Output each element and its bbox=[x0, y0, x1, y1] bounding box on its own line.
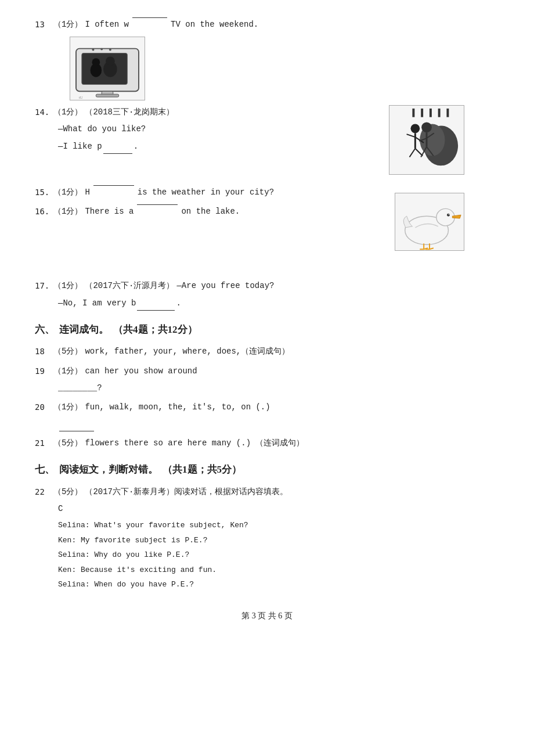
tv-svg: tU bbox=[70, 37, 145, 100]
dialog-3: Selina: Why do you like P.E.? bbox=[58, 548, 499, 561]
q19-num: 19 bbox=[35, 364, 51, 379]
page-footer: 第 3 页 共 6 页 bbox=[35, 609, 499, 623]
q18-text: work, father, your, where, does,（连词成句） bbox=[85, 344, 290, 359]
q21-num: 21 bbox=[35, 436, 51, 451]
svg-rect-7 bbox=[96, 94, 118, 97]
question-16: 16. （1分） There is aon the lake. bbox=[35, 204, 499, 274]
question-21: 21 （5分） flowers there so are here many (… bbox=[35, 436, 499, 451]
q15-text-before: H bbox=[85, 185, 89, 200]
q20-text: fun, walk, moon, the, it's, to, on (.) bbox=[85, 400, 270, 415]
q17-context: （2017六下·沂源月考） bbox=[85, 279, 174, 293]
q16-score: （1分） bbox=[53, 204, 82, 219]
q14-line2-after: . bbox=[134, 142, 138, 151]
tv-image: tU bbox=[70, 37, 145, 100]
question-17: 17. （1分） （2017六下·沂源月考） —Are you free tod… bbox=[35, 279, 499, 310]
q15-blank bbox=[93, 185, 134, 186]
q16-text-after: on the lake. bbox=[181, 204, 240, 219]
q14-score: （1分） bbox=[53, 105, 82, 120]
svg-rect-16 bbox=[430, 109, 432, 117]
section7-header: 七、 阅读短文，判断对错。 （共1题；共5分） bbox=[35, 461, 499, 479]
question-14: 14. （1分） （2018三下·龙岗期末） —What do you like… bbox=[35, 105, 499, 181]
svg-point-10 bbox=[109, 49, 111, 51]
q22-label: C bbox=[58, 502, 499, 516]
dance-svg bbox=[389, 106, 464, 174]
q22-score: （5分） bbox=[53, 485, 82, 499]
svg-point-3 bbox=[92, 59, 100, 67]
question-22: 22 （5分） （2017六下·新泰月考）阅读对话，根据对话内容填表。 C Se… bbox=[35, 485, 499, 591]
svg-line-24 bbox=[415, 149, 423, 156]
question-19: 19 （1分） can her you show around ________… bbox=[35, 364, 499, 395]
section7-type: 阅读短文，判断对错。 bbox=[59, 461, 158, 479]
q21-score: （5分） bbox=[53, 436, 82, 451]
q19-line2: ________? bbox=[58, 381, 499, 395]
q14-context: （2018三下·龙岗期末） bbox=[85, 105, 174, 120]
svg-point-33 bbox=[447, 214, 450, 217]
section7-info: （共1题；共5分） bbox=[163, 461, 241, 479]
dialog-2: Ken: My favorite subject is P.E.? bbox=[58, 534, 499, 547]
q15-text-after: is the weather in your city? bbox=[138, 185, 274, 200]
svg-rect-14 bbox=[412, 109, 414, 117]
q17-line2: —No, I am very b. bbox=[58, 296, 499, 311]
q17-line1: —Are you free today? bbox=[176, 279, 274, 293]
duck-svg bbox=[395, 193, 464, 251]
q13-blank bbox=[132, 17, 167, 18]
question-18: 18 （5分） work, father, your, where, does,… bbox=[35, 344, 499, 359]
q19-score: （1分） bbox=[53, 364, 82, 379]
question-20: 20 （1分） fun, walk, moon, the, it's, to, … bbox=[35, 400, 499, 431]
dance-image bbox=[389, 105, 464, 175]
q22-num: 22 bbox=[35, 485, 51, 499]
q21-text: flowers there so are here many (.) （连词成句… bbox=[85, 436, 304, 451]
q15-num: 15. bbox=[35, 185, 51, 200]
svg-line-23 bbox=[410, 149, 416, 157]
section6-header: 六、 连词成句。 （共4题；共12分） bbox=[35, 321, 499, 339]
q18-score: （5分） bbox=[53, 344, 82, 359]
q17-line2-after: . bbox=[176, 298, 181, 308]
question-13: 13 （1分） I often wTV on the weekend. tU bbox=[35, 17, 499, 100]
q13-num: 13 bbox=[35, 17, 51, 32]
svg-rect-18 bbox=[446, 109, 449, 117]
section6-info: （共4题；共12分） bbox=[113, 321, 197, 339]
q16-num: 16. bbox=[35, 204, 51, 219]
q17-blank bbox=[137, 310, 175, 311]
q16-blank bbox=[137, 204, 178, 205]
q15-score: （1分） bbox=[53, 185, 82, 200]
svg-point-19 bbox=[410, 124, 420, 134]
q17-num: 17. bbox=[35, 279, 51, 293]
svg-point-25 bbox=[421, 123, 432, 133]
q14-line2-before: —I like p bbox=[58, 142, 102, 151]
svg-rect-15 bbox=[421, 109, 423, 117]
svg-line-21 bbox=[407, 134, 416, 137]
q20-blank bbox=[59, 431, 94, 431]
duck-image bbox=[395, 193, 464, 251]
svg-rect-17 bbox=[438, 109, 441, 117]
q20-score: （1分） bbox=[53, 400, 82, 415]
svg-point-34 bbox=[449, 214, 450, 215]
footer-text: 第 3 页 共 6 页 bbox=[241, 611, 293, 620]
svg-point-9 bbox=[100, 48, 103, 51]
section7-title: 七、 bbox=[35, 461, 55, 479]
q20-num: 20 bbox=[35, 400, 51, 415]
q18-num: 18 bbox=[35, 344, 51, 359]
svg-point-8 bbox=[92, 49, 94, 51]
svg-point-5 bbox=[106, 57, 115, 66]
q20-line2 bbox=[58, 417, 499, 431]
q13-text-before: I often w bbox=[85, 17, 129, 32]
q17-line2-before: —No, I am very b bbox=[58, 298, 136, 308]
section6-title: 六、 bbox=[35, 321, 55, 339]
q17-score: （1分） bbox=[53, 279, 82, 293]
q14-num: 14. bbox=[35, 105, 51, 120]
svg-text:tU: tU bbox=[79, 95, 83, 99]
dialog-1: Selina: What's your favorite subject, Ke… bbox=[58, 519, 499, 532]
q14-blank bbox=[103, 153, 132, 154]
q16-text-before: There is a bbox=[85, 204, 134, 219]
q22-context: （2017六下·新泰月考）阅读对话，根据对话内容填表。 bbox=[85, 485, 288, 499]
q13-text-after: TV on the weekend. bbox=[171, 17, 258, 32]
dialog-4: Ken: Because it's exciting and fun. bbox=[58, 563, 499, 577]
section6-type: 连词成句。 bbox=[59, 321, 109, 339]
q13-score: （1分） bbox=[53, 17, 82, 32]
svg-point-32 bbox=[436, 209, 454, 226]
q19-text: can her you show around bbox=[85, 364, 197, 379]
dialog-5: Selina: When do you have P.E.? bbox=[58, 578, 499, 591]
